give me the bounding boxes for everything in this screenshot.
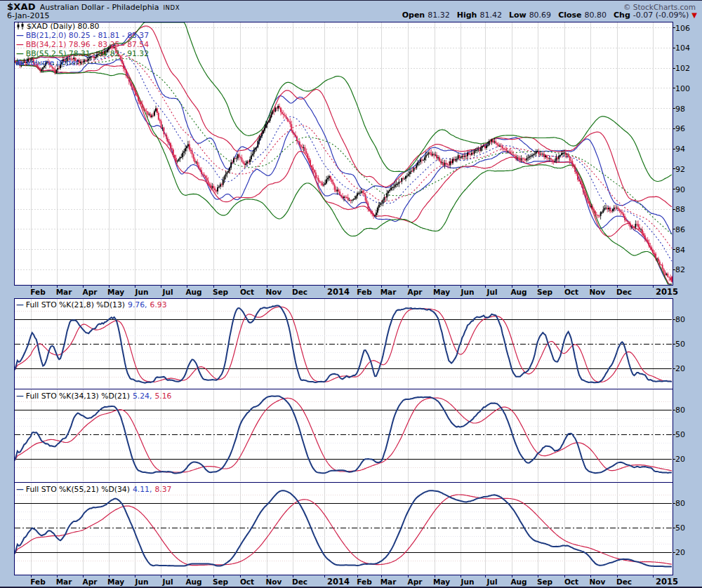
- bb55-legend-label: BB(55,2.5) 78.31 - 84.82 - 91.32: [26, 50, 149, 59]
- svg-text:Sep: Sep: [537, 577, 553, 586]
- instrument-name: Australian Dollar - Philadelphia: [40, 3, 159, 12]
- svg-text:2015: 2015: [656, 577, 678, 587]
- svg-text:Feb: Feb: [30, 288, 46, 296]
- svg-text:50: 50: [675, 430, 685, 439]
- svg-text:Jun: Jun: [461, 288, 475, 296]
- svg-text:May: May: [433, 288, 450, 296]
- svg-text:88: 88: [675, 205, 685, 214]
- svg-text:Oct: Oct: [564, 288, 578, 296]
- line-swatch-icon: —: [16, 485, 24, 494]
- line-swatch-icon: —: [16, 300, 24, 309]
- stochastic-2-d-value: 5.16: [154, 392, 171, 401]
- svg-text:Oct: Oct: [240, 288, 254, 296]
- svg-text:20: 20: [675, 364, 685, 373]
- bb21-legend-label: BB(21,2.0) 80.25 - 81.81 - 83.37: [26, 32, 149, 41]
- line-swatch-icon: —: [16, 392, 24, 401]
- svg-text:2014: 2014: [327, 287, 350, 297]
- svg-text:Dec: Dec: [616, 577, 632, 586]
- exchange-label: INDX: [163, 4, 180, 11]
- svg-text:Jun: Jun: [135, 577, 149, 586]
- svg-text:20: 20: [675, 548, 685, 557]
- price-legend-line: $XAD (Daily) 80.80: [16, 22, 149, 32]
- svg-text:Sep: Sep: [537, 288, 553, 296]
- volume-legend-label: Volume undef: [26, 59, 79, 68]
- stochastic-legend-1: — Full STO %K(21,8) %D(13) 9.76, 6.93: [16, 300, 167, 309]
- svg-text:Mar: Mar: [380, 288, 397, 296]
- svg-text:Nov: Nov: [266, 288, 282, 296]
- low-value: 80.69: [529, 11, 552, 20]
- svg-text:Aug: Aug: [510, 288, 526, 296]
- svg-text:Nov: Nov: [590, 577, 606, 586]
- svg-text:Oct: Oct: [564, 577, 578, 586]
- stochastic-1-k-value: 9.76,: [128, 300, 147, 309]
- open-value: 81.32: [428, 11, 450, 20]
- svg-text:May: May: [433, 577, 450, 586]
- high-value: 81.42: [479, 11, 502, 20]
- bb21-legend-line: — BB(21,2.0) 80.25 - 81.81 - 83.37: [16, 32, 149, 41]
- low-label: Low: [509, 11, 526, 20]
- svg-text:Sep: Sep: [213, 577, 229, 586]
- svg-text:Feb: Feb: [357, 577, 372, 586]
- svg-text:Nov: Nov: [266, 577, 282, 586]
- bb55-legend-line: — BB(55,2.5) 78.31 - 84.82 - 91.32: [16, 50, 149, 59]
- stochastic-1-d-value: 6.93: [150, 300, 167, 309]
- stochastic-2-k-value: 5.24,: [133, 392, 152, 401]
- svg-text:Feb: Feb: [357, 288, 372, 296]
- stochastic-3-label: Full STO %K(55,21) %D(34): [26, 485, 130, 494]
- svg-text:20: 20: [675, 455, 685, 464]
- svg-text:Jul: Jul: [486, 577, 498, 586]
- svg-text:102: 102: [675, 64, 690, 73]
- svg-text:80: 80: [675, 315, 685, 324]
- stochastic-legend-3: — Full STO %K(55,21) %D(34) 4.11, 8.37: [16, 485, 171, 494]
- svg-text:Dec: Dec: [292, 288, 307, 296]
- svg-text:94: 94: [675, 145, 685, 154]
- svg-text:Apr: Apr: [83, 577, 98, 586]
- bb34-legend-label: BB(34,2.1) 78.96 - 83.25 - 87.54: [26, 41, 149, 50]
- svg-text:80: 80: [675, 406, 685, 415]
- svg-text:May: May: [107, 577, 124, 586]
- svg-text:Sep: Sep: [213, 288, 229, 296]
- svg-text:2014: 2014: [327, 577, 350, 587]
- ohlc-quote-bar: Open81.32High81.42Low80.69Close80.80Chg-…: [395, 11, 697, 20]
- svg-text:Feb: Feb: [30, 577, 46, 586]
- svg-text:Jun: Jun: [461, 577, 475, 586]
- svg-text:82: 82: [675, 265, 685, 274]
- svg-text:May: May: [107, 288, 124, 296]
- stochastic-legend-2: — Full STO %K(34,13) %D(21) 5.24, 5.16: [16, 392, 171, 401]
- line-swatch-icon: —: [16, 50, 24, 59]
- svg-text:Jul: Jul: [162, 288, 173, 296]
- svg-text:Apr: Apr: [83, 288, 98, 296]
- price-legend-label: $XAD (Daily) 80.80: [27, 22, 99, 32]
- svg-text:Aug: Aug: [185, 577, 201, 586]
- svg-text:80: 80: [675, 499, 685, 508]
- chart-header: $XAD Australian Dollar - Philadelphia IN…: [7, 1, 180, 11]
- close-label: Close: [558, 11, 581, 20]
- svg-text:84: 84: [675, 246, 685, 255]
- svg-text:98: 98: [675, 105, 685, 114]
- svg-text:104: 104: [675, 44, 690, 53]
- change-down-arrow-icon: ▼: [691, 11, 697, 19]
- svg-text:50: 50: [675, 340, 685, 349]
- stochastic-3-k-value: 4.11,: [133, 485, 152, 494]
- stochastic-3-d-value: 8.37: [154, 485, 171, 494]
- svg-text:Oct: Oct: [240, 577, 254, 586]
- stockcharts-chart-page: FebFebMarMarAprAprMayMayJunJunJulJulAugA…: [0, 0, 702, 588]
- svg-text:Apr: Apr: [408, 288, 423, 296]
- svg-text:100: 100: [675, 84, 690, 93]
- svg-text:Mar: Mar: [56, 288, 73, 296]
- svg-text:86: 86: [675, 225, 685, 234]
- svg-text:96: 96: [675, 124, 685, 133]
- line-swatch-icon: —: [16, 32, 24, 41]
- svg-text:Jul: Jul: [486, 288, 498, 296]
- volume-bars-icon: [16, 58, 24, 68]
- svg-text:Mar: Mar: [380, 577, 397, 586]
- line-swatch-icon: —: [16, 41, 24, 50]
- chg-label: Chg: [614, 11, 630, 20]
- svg-text:Dec: Dec: [292, 577, 307, 586]
- main-chart-legend: $XAD (Daily) 80.80 — BB(21,2.0) 80.25 - …: [16, 22, 149, 67]
- quote-date: 6-Jan-2015: [7, 11, 50, 20]
- ticker-symbol: $XAD: [7, 1, 36, 12]
- svg-text:Apr: Apr: [408, 577, 423, 586]
- stochastic-1-label: Full STO %K(21,8) %D(13): [26, 300, 125, 309]
- svg-text:90: 90: [675, 185, 685, 194]
